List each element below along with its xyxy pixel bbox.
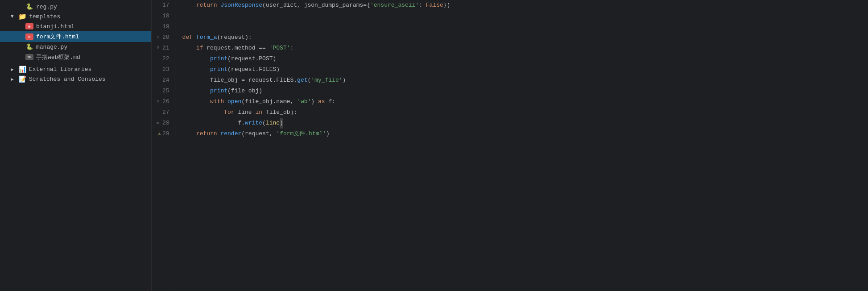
scratches-label: Scratches and Consoles xyxy=(29,76,106,83)
line-num-19: 19 xyxy=(155,21,169,32)
line-num-25: 25 xyxy=(155,86,169,96)
fold-icon-20[interactable]: ▽ xyxy=(155,35,161,40)
manage-label: manage.py xyxy=(36,44,67,50)
code-line-21: if request.method == 'POST': xyxy=(182,43,868,54)
code-line-19 xyxy=(182,21,868,32)
html-file-icon: H xyxy=(25,23,34,30)
sidebar-item-bianji[interactable]: H bianji.html xyxy=(0,21,151,31)
line-num-18: 18 xyxy=(155,11,169,21)
code-line-24: file_obj = request.FILES.get('my_file') xyxy=(182,75,868,86)
code-line-17: return JsonResponse(user_dict, json_dump… xyxy=(182,0,868,11)
code-line-28: f.write(line) xyxy=(182,118,868,129)
html-file-icon-2: H xyxy=(25,33,34,40)
code-line-27: for line in file_obj: xyxy=(182,107,868,118)
line-num-26: ▽ 26 xyxy=(155,96,169,107)
code-line-18 xyxy=(182,11,868,21)
file-tree: 🐍 reg.py ▼ 📁 templates H bianji.html H f… xyxy=(0,0,152,291)
scratches-icon: 📝 xyxy=(18,75,27,83)
sidebar-item-templates[interactable]: ▼ 📁 templates xyxy=(0,12,151,21)
libs-icon: 📊 xyxy=(18,66,27,73)
collapse-arrow: ▼ xyxy=(11,14,18,19)
external-libs-label: External Libraries xyxy=(29,66,91,73)
fold-icon-28[interactable]: ▭ xyxy=(155,121,161,126)
line-num-23: 23 xyxy=(155,64,169,75)
line-num-28: ▭ 28 xyxy=(155,118,169,129)
sidebar-item-scratches[interactable]: ▶ 📝 Scratches and Consoles xyxy=(0,74,151,84)
code-editor[interactable]: 17 18 19 ▽ 20 ▽ 21 22 xyxy=(152,0,868,291)
python-icon: 🐍 xyxy=(25,3,34,10)
code-line-29: return render(request, 'form文件.html') xyxy=(182,129,868,139)
code-content: return JsonResponse(user_dict, json_dump… xyxy=(175,0,868,291)
line-num-27: 27 xyxy=(155,107,169,118)
line-num-20: ▽ 20 xyxy=(155,32,169,43)
sidebar-item-manage[interactable]: 🐍 manage.py xyxy=(0,42,151,52)
return-kw: return xyxy=(182,0,221,11)
fold-icon-26[interactable]: ▽ xyxy=(155,99,161,104)
form-html-label: form文件.html xyxy=(36,33,79,41)
python-file-icon: 🐍 xyxy=(25,43,34,50)
sidebar-item-external-libs[interactable]: ▶ 📊 External Libraries xyxy=(0,64,151,74)
warning-icon: ⚠ xyxy=(158,129,161,139)
sidebar-item-form-html[interactable]: H form文件.html xyxy=(0,31,151,42)
code-line-25: print(file_obj) xyxy=(182,86,868,96)
code-line-23: print(request.FILES) xyxy=(182,64,868,75)
code-line-22: print(request.POST) xyxy=(182,54,868,64)
line-num-29: ⚠ 29 xyxy=(155,129,169,139)
code-line-20: def form_a(request): xyxy=(182,32,868,43)
markdown-file-icon: MD xyxy=(25,54,34,61)
line-num-21: ▽ 21 xyxy=(155,43,169,54)
reg-py-item[interactable]: 🐍 reg.py xyxy=(0,2,151,12)
reg-py-label: reg.py xyxy=(36,4,57,10)
line-num-22: 22 xyxy=(155,54,169,64)
templates-label: templates xyxy=(29,13,60,20)
expand-arrow: ▶ xyxy=(11,67,18,72)
line-num-17: 17 xyxy=(155,0,169,11)
line-numbers-gutter: 17 18 19 ▽ 20 ▽ 21 22 xyxy=(152,0,175,291)
md-label: 手搭web框架.md xyxy=(36,53,80,61)
expand-arrow-2: ▶ xyxy=(11,76,18,82)
bianji-label: bianji.html xyxy=(36,23,74,30)
line-num-24: 24 xyxy=(155,75,169,86)
jsonresponse-fn: JsonResponse xyxy=(220,0,262,11)
code-line-26: with open(file_obj.name, 'wb') as f: xyxy=(182,96,868,107)
fold-icon-21[interactable]: ▽ xyxy=(155,46,161,51)
sidebar-item-md[interactable]: MD 手搭web框架.md xyxy=(0,52,151,62)
folder-icon: 📁 xyxy=(18,13,27,20)
